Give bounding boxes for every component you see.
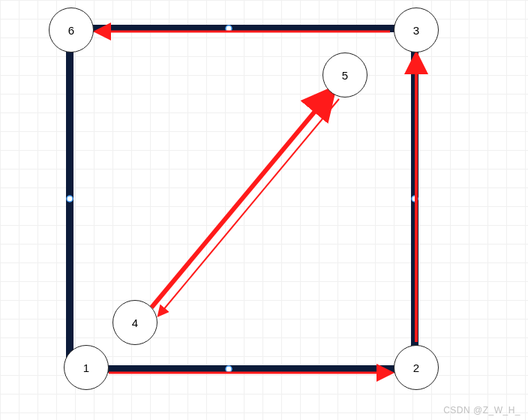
node-label: 1 [83,362,89,374]
watermark: CSDN @Z_W_H_ [443,405,520,416]
node-3[interactable]: 3 [394,8,439,52]
arrow-4-5 [152,92,332,308]
node-2[interactable]: 2 [394,345,439,390]
node-label: 6 [68,24,74,37]
node-5[interactable]: 5 [322,52,368,98]
node-label: 4 [132,316,138,329]
arrow-5-4 [159,99,339,315]
node-6[interactable]: 6 [49,8,94,52]
node-label: 5 [342,69,348,82]
svg-point-8 [67,196,73,202]
node-label: 3 [413,24,419,37]
svg-point-7 [226,366,232,372]
node-label: 2 [413,362,419,374]
node-1[interactable]: 1 [64,345,109,390]
node-4[interactable]: 4 [112,300,158,345]
